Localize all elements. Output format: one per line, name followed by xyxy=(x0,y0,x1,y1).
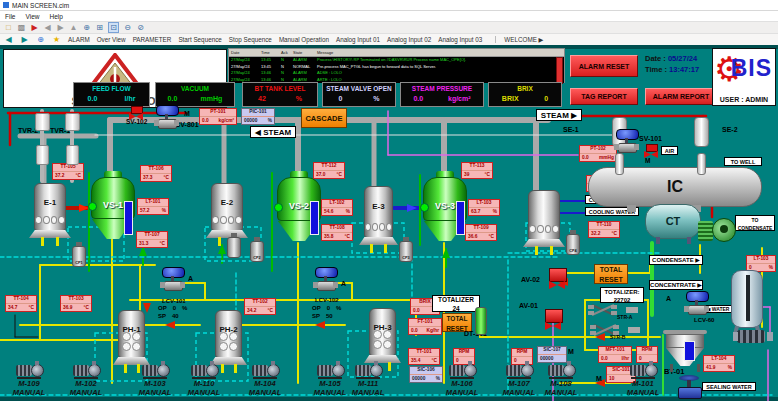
instrument-tt-101: TT-10135.4°C xyxy=(408,348,440,365)
zoom-select-icon[interactable]: ⊡ xyxy=(108,22,119,33)
window-titlebar[interactable]: MAIN SCREEN.cim xyxy=(0,0,778,11)
label-to: TOCONDENSATE xyxy=(735,215,775,231)
valve-pcv-101[interactable] xyxy=(614,129,640,155)
up-icon[interactable]: ▲ xyxy=(69,23,78,32)
globe-icon[interactable]: ⊕ xyxy=(36,35,45,44)
pump-label-m-108: M-108MANUAL xyxy=(535,380,587,397)
process-diagram: TT-10537.2°CTT-10637.3°CLT-10157.2%TT-10… xyxy=(0,45,778,401)
nav-welcome[interactable]: WELCOME ▶ xyxy=(495,36,543,43)
valve-sealing-water-valve[interactable] xyxy=(678,375,700,401)
nav-analog-input-02[interactable]: Analog Input 02 xyxy=(387,36,431,43)
level-indicator xyxy=(124,201,133,235)
nav-over-view[interactable]: Over View xyxy=(97,36,126,43)
open-icon[interactable]: □ xyxy=(4,23,13,32)
label-concentrate: CONCENTRATE ▶ xyxy=(649,280,703,290)
pump-m-102[interactable] xyxy=(73,363,100,379)
tag-a: A xyxy=(188,275,193,282)
zoom-fit-icon[interactable]: ⊞ xyxy=(95,23,104,32)
pump-label-m-103: M-103MANUAL xyxy=(129,380,181,397)
favorites-star-icon[interactable]: ★ xyxy=(52,35,61,44)
pump-m-111[interactable] xyxy=(355,363,382,379)
tag-a: A xyxy=(341,280,346,287)
valve-sv-102[interactable] xyxy=(129,106,143,120)
app-icon xyxy=(3,2,9,8)
pump-m-103[interactable] xyxy=(142,363,169,379)
valve-lcv-60[interactable] xyxy=(684,291,710,317)
back-nav-icon[interactable]: ◀ xyxy=(4,35,13,44)
forward-nav-icon[interactable]: ▶ xyxy=(20,35,29,44)
pipe-connector xyxy=(644,269,649,276)
instrument-tt-103: TT-10336.9°C xyxy=(60,295,92,312)
hmi-canvas: SUBONEYO DateTimeAckStateMessage 27/May/… xyxy=(0,45,778,401)
instrument-tt-106: TT-10637.3°C xyxy=(140,165,172,182)
valve-lcv-101[interactable] xyxy=(160,267,186,293)
tag-lcv-60: LCV-60 xyxy=(694,317,714,323)
op-sp-readout: OP0%SP50 xyxy=(312,305,341,320)
navbar: ◀▶⊕★ALARMOver ViewPARAMETERStart Sequenc… xyxy=(0,33,778,45)
forward-icon[interactable]: ▶ xyxy=(56,23,65,32)
nav-analog-input-03[interactable]: Analog Input 03 xyxy=(438,36,482,43)
print-icon[interactable]: ▩ xyxy=(17,23,26,32)
label-condensate: CONDENSATE ▶ xyxy=(649,255,703,265)
run-icon[interactable]: ▶ xyxy=(30,23,39,32)
instrument-lt-103: LT-10363.7% xyxy=(468,199,500,216)
back-icon[interactable]: ◀ xyxy=(43,23,52,32)
pump-m-109[interactable] xyxy=(16,363,43,379)
level-indicator xyxy=(310,201,319,235)
menu-help[interactable]: Help xyxy=(49,13,62,20)
tag-av-02: AV-02 xyxy=(521,276,540,283)
transfer-pump xyxy=(733,328,773,345)
nav-analog-input-01[interactable]: Analog Input 01 xyxy=(336,36,380,43)
nav-alarm[interactable]: ALARM xyxy=(68,36,90,43)
pump-m-107[interactable] xyxy=(506,363,533,379)
op-sp-readout: OP0%SP40 xyxy=(158,305,187,320)
tag-se-2: SE-2 xyxy=(722,126,738,133)
menu-view[interactable]: View xyxy=(25,13,39,20)
menu-file[interactable]: File xyxy=(5,13,15,20)
pump-label-m-101: M-101MANUAL xyxy=(617,380,669,397)
pump-m-108[interactable] xyxy=(548,363,575,379)
strainer-a xyxy=(588,303,640,317)
instrument-ft-101: FT-1010.0Kg/hr xyxy=(408,318,442,335)
pump-m-104[interactable] xyxy=(252,363,279,379)
pump-m-105[interactable] xyxy=(317,363,344,379)
valve-av-01[interactable] xyxy=(544,309,562,331)
tag-a: A xyxy=(666,295,671,302)
total-reset-button[interactable]: TOTALRESET xyxy=(594,264,628,284)
valve-lcv-102[interactable] xyxy=(313,267,339,293)
tvr-body xyxy=(35,108,50,182)
pump-m-101[interactable] xyxy=(630,363,657,379)
pipe-connector xyxy=(410,268,415,275)
zoom-in-icon[interactable]: ⊕ xyxy=(82,23,91,32)
label-sealing-water: SEALING WATER xyxy=(702,382,756,391)
menubar: File View Help xyxy=(0,11,778,21)
instrument-tt-102: TT-10234.2°C xyxy=(244,298,276,315)
pipe-connector xyxy=(186,129,191,136)
pump-m-106[interactable] xyxy=(449,363,476,379)
instrument-sic-107: SIC-10700000 xyxy=(537,346,567,363)
instrument-lt-101: LT-10157.2% xyxy=(137,198,169,215)
zoom-out-icon[interactable]: ⊖ xyxy=(123,23,132,32)
label-totalizer-: TOTALIZER:22702 xyxy=(600,287,644,303)
tag-m: M xyxy=(568,348,574,355)
valve-tcv-801[interactable] xyxy=(154,105,180,131)
label-air: AIR xyxy=(661,146,678,155)
pump-label-m-106: M-106MANUAL xyxy=(436,380,488,397)
level-indicator xyxy=(684,341,695,361)
pump-label-m-102: M-102MANUAL xyxy=(60,380,112,397)
tag-av-01: AV-01 xyxy=(519,302,538,309)
pipe-connector xyxy=(710,129,715,136)
cascade-button[interactable]: CASCADE xyxy=(301,108,347,128)
instrument-mft-101: MFT-1010.0l/hr xyxy=(598,346,632,363)
vessel-ph-1: PH-1 xyxy=(118,310,145,358)
pump-m-110[interactable] xyxy=(191,363,218,379)
nav-parameter[interactable]: PARAMETER xyxy=(133,36,172,43)
pipe-connector xyxy=(234,297,239,304)
nav-start-sequence[interactable]: Start Sequence xyxy=(178,36,221,43)
vessel-e-3: E-3 xyxy=(364,186,393,238)
zoom-reset-icon[interactable]: ⊘ xyxy=(136,23,145,32)
nav-manual-operation[interactable]: Manual Operation xyxy=(279,36,329,43)
valve-sv-101[interactable] xyxy=(644,144,658,158)
pipe-connector xyxy=(556,269,561,276)
nav-stop-sequence[interactable]: Stop Sequence xyxy=(229,36,272,43)
